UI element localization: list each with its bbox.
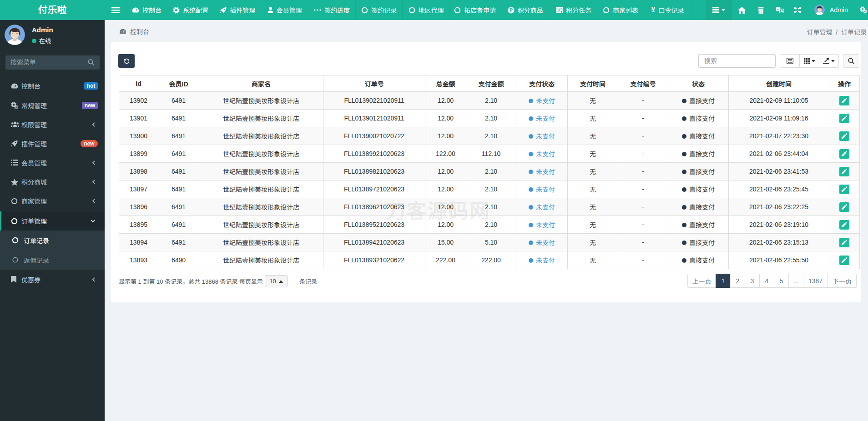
svg-text:P: P: [510, 8, 513, 13]
